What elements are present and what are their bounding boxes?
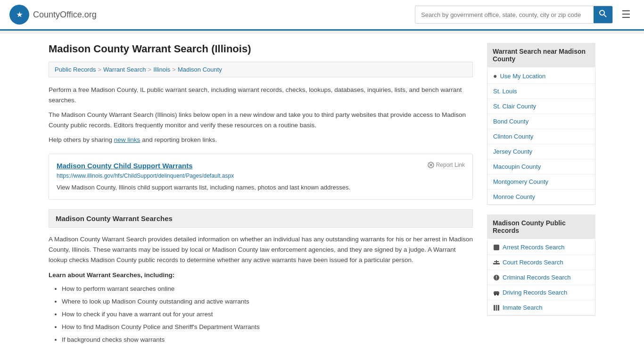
inmate-icon	[493, 304, 500, 311]
desc3b-text: and reporting broken links.	[142, 136, 217, 143]
arrest-icon	[493, 244, 500, 251]
warrant-section-desc: A Madison County Warrant Search provides…	[49, 234, 473, 265]
site-header: ★ CountyOffice.org ☰	[0, 0, 644, 31]
sidebar-nearby-section: Warrant Search near Madison County ● Use…	[487, 43, 595, 205]
search-input[interactable]	[415, 8, 594, 22]
sidebar-item-monroe-county[interactable]: Monroe County	[487, 189, 595, 205]
sidebar-item-arrest-records[interactable]: Arrest Records Search	[487, 240, 595, 255]
description-2: The Madison County Warrant Search (Illin…	[49, 110, 473, 130]
driving-icon	[493, 289, 500, 296]
description-3: Help others by sharing new links and rep…	[49, 135, 473, 145]
sidebar-item-jersey-county[interactable]: Jersey County	[487, 144, 595, 159]
sidebar-item-driving-records[interactable]: Driving Records Search	[487, 285, 595, 300]
breadcrumb-public-records[interactable]: Public Records	[55, 66, 96, 73]
logo-tld: .org	[82, 10, 97, 19]
logo-text: CountyOffice.org	[33, 10, 97, 20]
svg-point-15	[497, 294, 499, 296]
logo-name: CountyOffice	[33, 10, 82, 19]
list-item: How to check if you have a warrant out f…	[62, 308, 473, 321]
svg-text:★: ★	[17, 11, 23, 18]
sidebar-item-use-location[interactable]: ● Use My Location	[487, 68, 595, 84]
svg-text:!: !	[495, 275, 497, 280]
list-item: Where to look up Madison County outstand…	[62, 295, 473, 308]
main-container: Madison County Warrant Search (Illinois)…	[39, 33, 605, 355]
list-item: How to perform warrant searches online	[62, 282, 473, 295]
search-bar	[415, 6, 613, 24]
sidebar-item-st-clair[interactable]: St. Clair County	[487, 99, 595, 114]
breadcrumb-sep-1: >	[98, 66, 101, 73]
sidebar-item-inmate-search[interactable]: Inmate Search	[487, 300, 595, 315]
svg-rect-16	[494, 305, 499, 311]
breadcrumb: Public Records > Warrant Search > Illino…	[49, 62, 473, 77]
sidebar-public-records-section: Madison County Public Records Arrest Rec…	[487, 214, 595, 316]
record-url[interactable]: https://www.illinois.gov/hfs/ChildSuppor…	[57, 173, 465, 179]
page-title: Madison County Warrant Search (Illinois)	[49, 43, 473, 55]
sidebar-item-clinton-county[interactable]: Clinton County	[487, 129, 595, 144]
new-links-link[interactable]: new links	[114, 136, 140, 143]
learn-heading: Learn about Warrant Searches, including:	[49, 272, 473, 279]
record-title[interactable]: Madison County Child Support Warrants	[57, 162, 193, 170]
svg-point-2	[600, 10, 604, 15]
logo-icon: ★	[9, 5, 29, 25]
description-1: Perform a free Madison County, IL public…	[49, 85, 473, 105]
sidebar-nearby-title: Warrant Search near Madison County	[487, 43, 595, 67]
svg-rect-7	[494, 245, 499, 250]
sidebar-item-criminal-records[interactable]: ! Criminal Records Search	[487, 270, 595, 285]
breadcrumb-madison-county[interactable]: Madison County	[178, 66, 222, 73]
breadcrumb-warrant-search[interactable]: Warrant Search	[103, 66, 146, 73]
breadcrumb-sep-2: >	[148, 66, 152, 73]
svg-point-14	[494, 294, 496, 296]
record-desc: View Madison County, Illinois child supp…	[57, 183, 465, 192]
sidebar-item-macoupin-county[interactable]: Macoupin County	[487, 159, 595, 174]
warrant-searches-heading: Madison County Warrant Searches	[49, 209, 473, 228]
sidebar-item-bond-county[interactable]: Bond County	[487, 114, 595, 129]
record-card: Madison County Child Support Warrants Re…	[49, 154, 473, 200]
sidebar-item-court-records[interactable]: Court Records Search	[487, 255, 595, 270]
location-icon: ●	[493, 72, 497, 80]
main-content: Madison County Warrant Search (Illinois)…	[49, 43, 473, 346]
svg-line-3	[604, 15, 606, 17]
breadcrumb-illinois[interactable]: Illinois	[153, 66, 170, 73]
list-item: If background checks show warrants	[62, 333, 473, 346]
sidebar-nearby-links: ● Use My Location St. Louis St. Clair Co…	[487, 68, 595, 205]
sidebar-item-montgomery-county[interactable]: Montgomery County	[487, 174, 595, 189]
sidebar-public-records-links: Arrest Records Search Court Records Sear…	[487, 240, 595, 316]
sidebar: Warrant Search near Madison County ● Use…	[487, 43, 595, 346]
learn-list: How to perform warrant searches online W…	[49, 282, 473, 346]
svg-rect-8	[493, 263, 500, 264]
record-card-header: Madison County Child Support Warrants Re…	[57, 162, 465, 170]
breadcrumb-sep-3: >	[172, 66, 176, 73]
desc3-text: Help others by sharing	[49, 136, 112, 143]
sidebar-item-st-louis[interactable]: St. Louis	[487, 84, 595, 99]
report-link[interactable]: Report Link	[428, 162, 465, 168]
sidebar-public-records-title: Madison County Public Records	[487, 214, 595, 239]
search-button[interactable]	[594, 6, 612, 23]
menu-icon[interactable]: ☰	[618, 7, 635, 23]
logo-area: ★ CountyOffice.org	[9, 5, 97, 25]
court-icon	[493, 259, 500, 266]
header-right: ☰	[415, 6, 635, 24]
criminal-icon: !	[493, 274, 500, 281]
report-icon	[428, 162, 434, 168]
list-item: How to find Madison County Police and Sh…	[62, 321, 473, 333]
svg-rect-10	[494, 261, 499, 262]
